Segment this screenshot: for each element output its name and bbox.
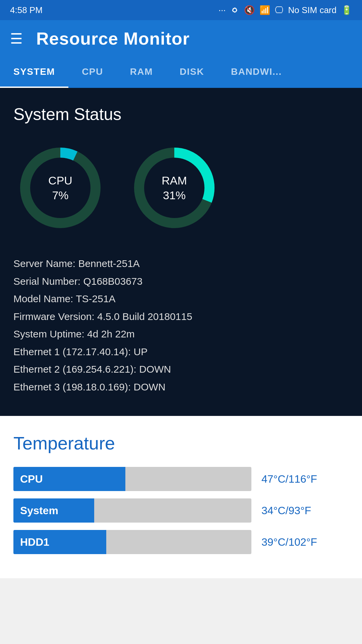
temp-row-system: System 34°C/93°F bbox=[13, 498, 349, 523]
info-eth2: Ethernet 2 (169.254.6.221): DOWN bbox=[13, 361, 349, 378]
tabs-bar: SYSTEM CPU RAM DISK BANDWI... bbox=[0, 57, 362, 88]
ram-percent: 31% bbox=[162, 188, 187, 203]
cpu-percent: 7% bbox=[48, 188, 72, 203]
info-serial: Serial Number: Q168B03673 bbox=[13, 273, 349, 290]
temp-value-system: 34°C/93°F bbox=[261, 504, 349, 517]
app-bar: ☰ Resource Monitor bbox=[0, 20, 362, 57]
tab-ram[interactable]: RAM bbox=[117, 57, 166, 88]
menu-button[interactable]: ☰ bbox=[10, 31, 23, 47]
dots-icon: ··· bbox=[219, 5, 226, 15]
temp-bar-bg-cpu: CPU bbox=[13, 467, 251, 491]
tab-disk[interactable]: DISK bbox=[166, 57, 218, 88]
temp-label-hdd1: HDD1 bbox=[20, 536, 49, 548]
system-status-title: System Status bbox=[13, 105, 349, 124]
temp-bar-bg-hdd1: HDD1 bbox=[13, 530, 251, 554]
temp-bar-fill-system: System bbox=[13, 498, 94, 523]
ram-donut-label: RAM 31% bbox=[162, 173, 187, 203]
ram-donut: RAM 31% bbox=[127, 141, 221, 235]
no-sim-label: No SIM card bbox=[288, 5, 337, 15]
battery-icon: 🔋 bbox=[341, 5, 352, 15]
info-eth3: Ethernet 3 (198.18.0.169): DOWN bbox=[13, 378, 349, 396]
bluetooth-icon: ⭘ bbox=[231, 5, 239, 15]
status-time: 4:58 PM bbox=[10, 5, 43, 15]
info-model: Model Name: TS-251A bbox=[13, 290, 349, 308]
mute-icon: 🔇 bbox=[244, 5, 255, 15]
temp-bar-fill-cpu: CPU bbox=[13, 467, 125, 491]
tab-bandwidth[interactable]: BANDWI... bbox=[218, 57, 295, 88]
temp-label-system: System bbox=[20, 504, 58, 517]
app-title: Resource Monitor bbox=[36, 29, 190, 49]
info-server-name: Server Name: Bennett-251A bbox=[13, 255, 349, 273]
cpu-donut: CPU 7% bbox=[13, 141, 107, 235]
temp-label-cpu: CPU bbox=[20, 473, 43, 485]
system-info-list: Server Name: Bennett-251A Serial Number:… bbox=[13, 255, 349, 396]
status-bar: 4:58 PM ··· ⭘ 🔇 📶 🖵 No SIM card 🔋 bbox=[0, 0, 362, 20]
tab-system[interactable]: SYSTEM bbox=[0, 57, 68, 88]
wifi-icon: 📶 bbox=[259, 5, 270, 15]
sim-icon: 🖵 bbox=[275, 5, 284, 15]
temp-bar-fill-hdd1: HDD1 bbox=[13, 530, 106, 554]
status-bar-right: ··· ⭘ 🔇 📶 🖵 No SIM card 🔋 bbox=[219, 5, 352, 15]
temp-bar-bg-system: System bbox=[13, 498, 251, 523]
temperature-section: Temperature CPU 47°C/116°F System 34°C/9… bbox=[0, 416, 362, 578]
charts-row: CPU 7% RAM 31% bbox=[13, 141, 349, 235]
temperature-title: Temperature bbox=[13, 433, 349, 453]
temp-row-cpu: CPU 47°C/116°F bbox=[13, 467, 349, 491]
info-uptime: System Uptime: 4d 2h 22m bbox=[13, 325, 349, 343]
info-firmware: Firmware Version: 4.5.0 Build 20180115 bbox=[13, 308, 349, 326]
tab-cpu[interactable]: CPU bbox=[68, 57, 117, 88]
temp-value-cpu: 47°C/116°F bbox=[261, 473, 349, 485]
system-status-section: System Status CPU 7% RAM bbox=[0, 88, 362, 416]
cpu-donut-label: CPU 7% bbox=[48, 173, 72, 203]
cpu-label: CPU bbox=[48, 173, 72, 188]
info-eth1: Ethernet 1 (172.17.40.14): UP bbox=[13, 343, 349, 361]
temp-row-hdd1: HDD1 39°C/102°F bbox=[13, 530, 349, 554]
ram-label: RAM bbox=[162, 173, 187, 188]
temp-value-hdd1: 39°C/102°F bbox=[261, 536, 349, 548]
